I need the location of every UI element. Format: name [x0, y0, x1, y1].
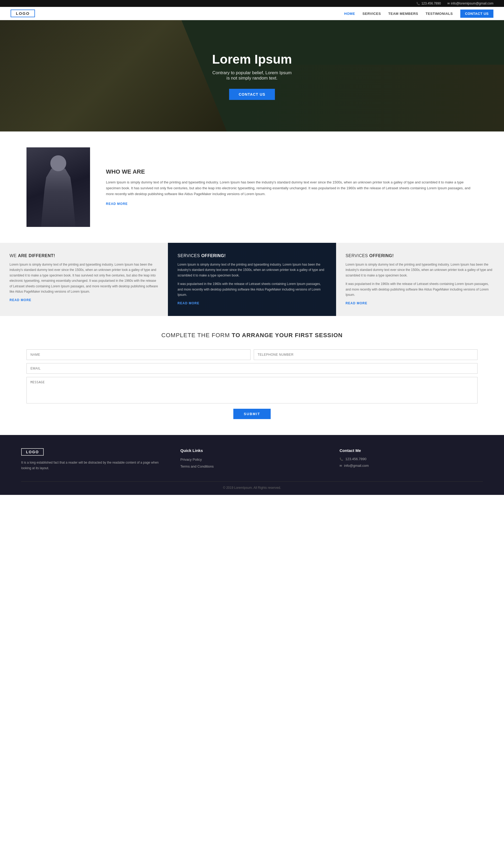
- service-col-2: SERVICES OFFERING! Lorem Ipsum is simply…: [168, 243, 336, 316]
- nav-contact-link[interactable]: CONTACT US: [460, 10, 493, 18]
- hero-subtitle: Contrary to popular belief, Lorem Ipsum …: [212, 70, 292, 81]
- navbar: LOGO HOME SERVICES TEAM MEMBERS TESTIMON…: [0, 7, 504, 20]
- topbar-email: info@loremipsum@gmail.com: [447, 2, 493, 5]
- nav-links: HOME SERVICES TEAM MEMBERS TESTIMONIALS …: [344, 11, 493, 16]
- form-row-2: [26, 363, 478, 374]
- footer-logo: LOGO: [21, 448, 44, 456]
- service-col-1: WE ARE DIFFERENT! Lorem Ipsum is simply …: [0, 243, 168, 316]
- footer-phone-icon: [340, 457, 343, 461]
- footer-contact-email: info@gmail.com: [340, 464, 483, 468]
- nav-team[interactable]: TEAM MEMBERS: [388, 11, 418, 16]
- nav-contact[interactable]: CONTACT US: [460, 11, 493, 16]
- service-col-1-read-more[interactable]: READ MORE: [10, 298, 31, 302]
- service-col-3-body2: It was popularised in the 1960s with the…: [346, 281, 494, 297]
- nav-services[interactable]: SERVICES: [363, 11, 381, 16]
- nav-home-link[interactable]: HOME: [344, 12, 355, 16]
- service-col-1-title: WE ARE DIFFERENT!: [10, 254, 158, 258]
- form-section-heading: COMPLETE THE FORM TO ARRANGE YOUR FIRST …: [26, 332, 478, 339]
- email-input[interactable]: [26, 363, 478, 374]
- service-col-3-read-more[interactable]: READ MORE: [346, 301, 367, 305]
- form-row-3: [26, 377, 478, 403]
- footer-contact-title: Contact Me: [340, 448, 483, 453]
- service-col-3: SERVICES OFFERING! Lorem Ipsum is simply…: [336, 243, 504, 316]
- nav-services-link[interactable]: SERVICES: [363, 12, 381, 16]
- who-we-are-image: [26, 147, 90, 227]
- footer-links-col: Quick Links Privacy Policy Terms and Con…: [180, 448, 324, 471]
- footer-quick-links-title: Quick Links: [180, 448, 324, 453]
- who-we-are-body: Lorem Ipsum is simply dummy text of the …: [106, 179, 478, 197]
- phone-input[interactable]: [254, 349, 478, 360]
- footer-email-icon: [340, 464, 342, 468]
- topbar-phone: 123.456.7890: [416, 2, 441, 5]
- top-bar: 123.456.7890 info@loremipsum@gmail.com: [0, 0, 504, 7]
- submit-button[interactable]: SUBMIT: [233, 409, 271, 419]
- footer-grid: LOGO It is a long established fact that …: [21, 448, 483, 471]
- service-col-2-read-more[interactable]: READ MORE: [177, 301, 199, 305]
- nav-team-link[interactable]: TEAM MEMBERS: [388, 12, 418, 16]
- nav-testimonials[interactable]: TESTIMONIALS: [426, 11, 453, 16]
- footer-bottom: © 2019 LoremIpsum. All Rights reserved.: [21, 481, 483, 490]
- who-we-are-heading: WHO WE ARE: [106, 168, 478, 175]
- nav-testimonials-link[interactable]: TESTIMONIALS: [426, 12, 453, 16]
- footer-terms-link[interactable]: Terms and Conditions: [180, 465, 214, 468]
- hero-section: Lorem Ipsum Contrary to popular belief, …: [0, 20, 504, 132]
- footer-link-terms[interactable]: Terms and Conditions: [180, 464, 324, 469]
- logo: LOGO: [11, 10, 35, 17]
- footer-links-list: Privacy Policy Terms and Conditions: [180, 457, 324, 469]
- phone-icon: [416, 2, 420, 5]
- footer-link-privacy[interactable]: Privacy Policy: [180, 457, 324, 462]
- nav-home[interactable]: HOME: [344, 11, 355, 16]
- contact-form: SUBMIT: [26, 349, 478, 419]
- email-icon: [447, 2, 450, 5]
- hero-title: Lorem Ipsum: [212, 52, 292, 67]
- who-we-are-read-more[interactable]: READ MORE: [106, 202, 128, 206]
- footer-about-text: It is a long established fact that a rea…: [21, 460, 164, 471]
- service-col-2-title: SERVICES OFFERING!: [177, 254, 326, 258]
- form-row-1: [26, 349, 478, 360]
- footer-contact-col: Contact Me 123.456.7890 info@gmail.com: [340, 448, 483, 471]
- name-input[interactable]: [26, 349, 251, 360]
- footer-about-col: LOGO It is a long established fact that …: [21, 448, 164, 471]
- who-we-are-text: WHO WE ARE Lorem Ipsum is simply dummy t…: [106, 168, 478, 206]
- who-we-are-section: WHO WE ARE Lorem Ipsum is simply dummy t…: [0, 132, 504, 243]
- form-section: COMPLETE THE FORM TO ARRANGE YOUR FIRST …: [0, 316, 504, 435]
- footer: LOGO It is a long established fact that …: [0, 435, 504, 495]
- message-textarea[interactable]: [26, 377, 478, 403]
- hero-cta-button[interactable]: CONTACT US: [229, 89, 275, 100]
- footer-contact-phone: 123.456.7890: [340, 457, 483, 461]
- footer-privacy-link[interactable]: Privacy Policy: [180, 457, 202, 462]
- service-col-3-title: SERVICES OFFERING!: [346, 254, 494, 258]
- service-col-3-body1: Lorem Ipsum is simply dummy text of the …: [346, 262, 494, 278]
- submit-row: SUBMIT: [26, 409, 478, 419]
- hero-content: Lorem Ipsum Contrary to popular belief, …: [212, 52, 292, 100]
- service-col-1-body: Lorem Ipsum is simply dummy text of the …: [10, 262, 158, 294]
- services-section: WE ARE DIFFERENT! Lorem Ipsum is simply …: [0, 243, 504, 316]
- footer-copyright: © 2019 LoremIpsum. All Rights reserved.: [223, 486, 281, 490]
- service-col-2-body2: It was popularised in the 1960s with the…: [177, 281, 326, 297]
- service-col-2-body1: Lorem Ipsum is simply dummy text of the …: [177, 262, 326, 278]
